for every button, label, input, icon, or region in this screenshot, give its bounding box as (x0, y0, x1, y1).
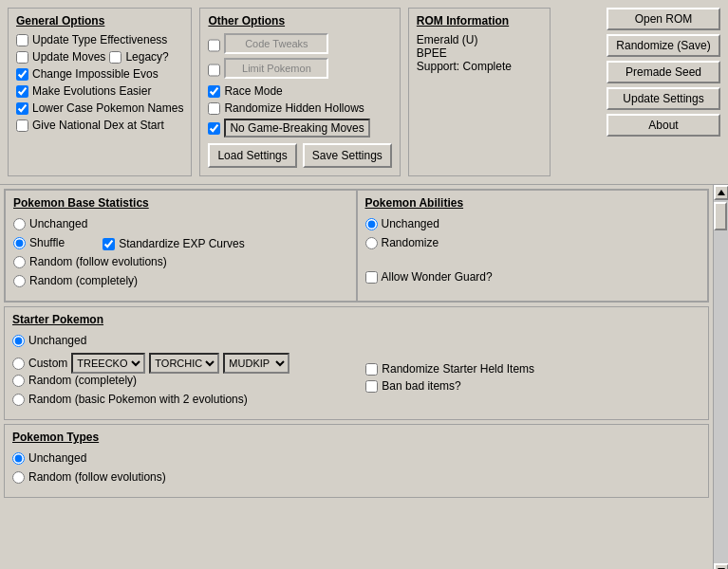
national-dex-row: Give National Dex at Start (16, 119, 183, 132)
randomize-held-checkbox[interactable] (365, 363, 378, 376)
load-settings-button[interactable]: Load Settings (208, 143, 296, 168)
about-button[interactable]: About (607, 114, 720, 137)
base-random-complete-radio[interactable] (13, 275, 26, 287)
scrollbar[interactable] (713, 185, 728, 569)
code-tweaks-button[interactable]: Code Tweaks (224, 33, 328, 54)
ability-randomize-row: Randomize (365, 236, 700, 249)
other-options-panel: Other Options Code Tweaks Limit Pokemon … (199, 8, 400, 176)
randomize-held-label: Randomize Starter Held Items (382, 362, 534, 376)
types-unchanged-label: Unchanged (28, 451, 86, 465)
lower-case-checkbox[interactable] (16, 102, 28, 115)
starter-custom-label: Custom (28, 357, 67, 370)
ban-bad-items-row: Ban bad items? (365, 379, 534, 393)
types-random-evol-label: Random (follow evolutions) (28, 470, 166, 484)
starter-title: Starter Pokemon (12, 313, 700, 326)
starter-unchanged-radio[interactable] (12, 335, 25, 347)
randomize-save-button[interactable]: Randomize (Save) (607, 34, 720, 57)
randomize-hidden-label: Randomize Hidden Hollows (224, 101, 364, 115)
starter-2-select[interactable]: TORCHIC (149, 353, 219, 374)
make-evolutions-row: Make Evolutions Easier (16, 84, 183, 98)
open-rom-button[interactable]: Open ROM (607, 8, 720, 30)
starter-random-basic-label: Random (basic Pokemon with 2 evolutions) (28, 393, 248, 406)
lower-case-label: Lower Case Pokemon Names (32, 101, 183, 115)
main-scroll-area[interactable]: Pokemon Base Statistics Unchanged Shuffl… (0, 185, 713, 569)
update-moves-checkbox[interactable] (16, 51, 28, 64)
rom-line-1: Emerald (U) (417, 33, 542, 46)
allow-wonder-guard-checkbox[interactable] (365, 271, 378, 284)
scroll-up-button[interactable] (714, 185, 728, 200)
no-game-breaking-checkbox[interactable] (208, 122, 220, 135)
change-impossible-checkbox[interactable] (16, 68, 28, 81)
race-mode-row: Race Mode (208, 84, 391, 98)
action-buttons: Open ROM Randomize (Save) Premade Seed U… (607, 8, 720, 176)
types-random-evol-row: Random (follow evolutions) (12, 470, 700, 484)
allow-wonder-guard-row: Allow Wonder Guard? (365, 270, 700, 284)
base-random-evol-radio[interactable] (13, 256, 26, 268)
starter-random-complete-label: Random (completely) (28, 374, 137, 387)
standardize-exp-checkbox[interactable] (103, 238, 115, 250)
make-evolutions-label: Make Evolutions Easier (32, 84, 151, 98)
base-unchanged-radio[interactable] (13, 218, 26, 230)
base-shuffle-row: Shuffle (13, 236, 65, 249)
ban-bad-items-checkbox[interactable] (365, 380, 378, 393)
base-stats-title: Pokemon Base Statistics (13, 196, 348, 210)
randomize-hidden-row: Randomize Hidden Hollows (208, 101, 391, 115)
save-settings-button[interactable]: Save Settings (303, 143, 392, 168)
starter-3-select[interactable]: MUDKIP (223, 353, 289, 374)
abilities-panel: Pokemon Abilities Unchanged Randomize Al… (357, 190, 709, 302)
randomize-hidden-checkbox[interactable] (208, 102, 220, 115)
change-impossible-label: Change Impossible Evos (32, 67, 159, 81)
scroll-thumb[interactable] (714, 202, 727, 230)
national-dex-checkbox[interactable] (16, 119, 28, 132)
base-shuffle-radio[interactable] (13, 237, 26, 249)
general-options-panel: General Options Update Type Effectivenes… (8, 8, 192, 176)
svg-marker-0 (718, 190, 725, 195)
update-settings-button[interactable]: Update Settings (607, 87, 720, 110)
update-type-checkbox[interactable] (16, 34, 28, 46)
update-type-label: Update Type Effectiveness (32, 33, 167, 46)
starter-unchanged-label: Unchanged (28, 334, 86, 347)
legacy-checkbox[interactable] (109, 51, 121, 64)
race-mode-checkbox[interactable] (208, 85, 220, 98)
base-random-complete-row: Random (completely) (13, 274, 348, 287)
starter-random-complete-row: Random (completely) (12, 374, 289, 387)
rom-line-3: Support: Complete (417, 60, 542, 73)
make-evolutions-checkbox[interactable] (16, 85, 28, 98)
base-random-evol-row: Random (follow evolutions) (13, 255, 348, 268)
ability-unchanged-radio[interactable] (365, 218, 378, 230)
update-moves-row: Update Moves Legacy? (16, 50, 183, 64)
standardize-exp-row: Standardize EXP Curves (103, 237, 245, 250)
allow-wonder-guard-label: Allow Wonder Guard? (382, 270, 493, 284)
starter-1-select[interactable]: TREECKO (71, 353, 145, 374)
ability-unchanged-row: Unchanged (365, 217, 700, 230)
starter-pokemon-panel: Starter Pokemon Unchanged Custom TREECKO (4, 306, 709, 420)
starter-random-basic-radio[interactable] (12, 394, 25, 406)
base-stats-panel: Pokemon Base Statistics Unchanged Shuffl… (5, 190, 357, 302)
update-moves-label: Update Moves (32, 50, 105, 64)
limit-pokemon-check[interactable] (208, 62, 220, 79)
types-title: Pokemon Types (12, 431, 700, 444)
types-random-evol-radio[interactable] (12, 471, 25, 484)
national-dex-label: Give National Dex at Start (32, 119, 164, 132)
legacy-label: Legacy? (125, 50, 168, 64)
base-unchanged-row: Unchanged (13, 217, 348, 230)
change-impossible-row: Change Impossible Evos (16, 67, 183, 81)
ban-bad-items-label: Ban bad items? (382, 379, 460, 393)
ability-unchanged-label: Unchanged (382, 217, 439, 230)
starter-custom-radio[interactable] (12, 358, 25, 370)
starter-random-basic-row: Random (basic Pokemon with 2 evolutions) (12, 393, 289, 406)
code-tweaks-check[interactable] (208, 37, 220, 54)
randomize-held-row: Randomize Starter Held Items (365, 362, 534, 376)
starter-unchanged-row: Unchanged (12, 334, 289, 347)
limit-pokemon-button[interactable]: Limit Pokemon (224, 58, 328, 79)
no-game-breaking-row: No Game-Breaking Moves (208, 119, 391, 138)
race-mode-label: Race Mode (224, 84, 282, 98)
scroll-down-button[interactable] (714, 563, 728, 569)
ability-randomize-radio[interactable] (365, 237, 378, 249)
general-options-title: General Options (16, 14, 183, 28)
types-unchanged-radio[interactable] (12, 452, 25, 465)
starter-random-complete-radio[interactable] (12, 375, 25, 387)
rom-line-2: BPEE (417, 46, 542, 60)
premade-seed-button[interactable]: Premade Seed (607, 61, 720, 83)
starter-custom-row: Custom TREECKO TORCHIC MUDKIP (12, 353, 289, 374)
